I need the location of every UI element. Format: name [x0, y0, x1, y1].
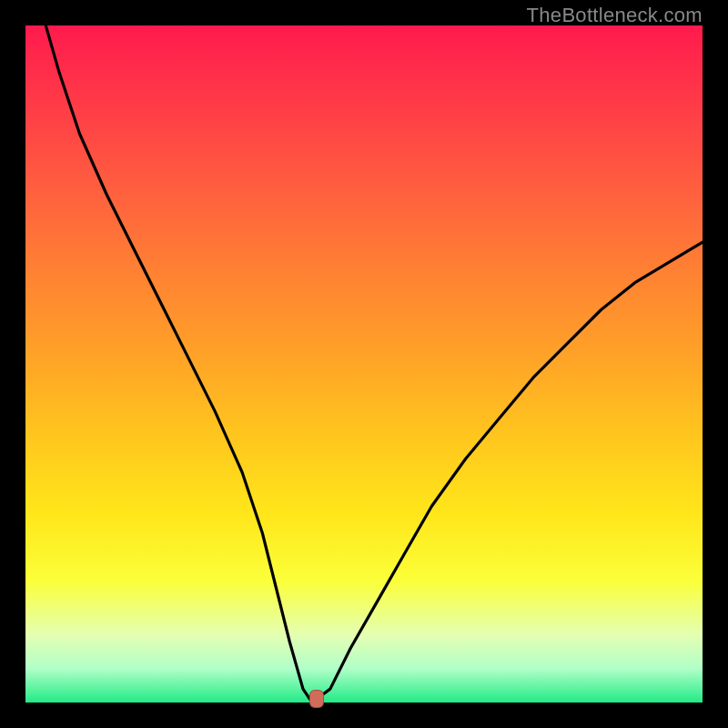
optimal-point-marker	[309, 690, 324, 708]
chart-container: TheBottleneck.com	[0, 0, 728, 728]
watermark-text: TheBottleneck.com	[527, 4, 703, 27]
plot-gradient-background	[25, 25, 703, 703]
